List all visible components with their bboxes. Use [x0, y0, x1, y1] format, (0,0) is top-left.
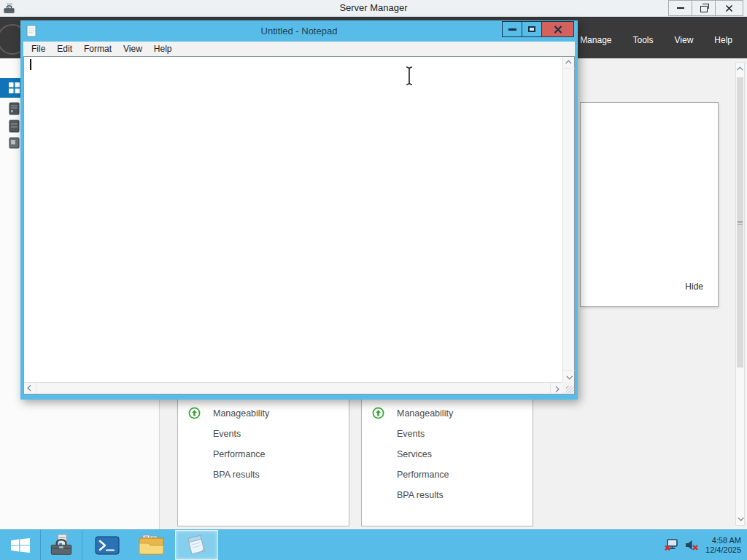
menu-format[interactable]: Format: [78, 44, 117, 54]
tile-row[interactable]: Events: [178, 424, 349, 444]
desktop: Server Manager Manage Tools View Help: [0, 0, 747, 560]
taskbar-notepad-button[interactable]: [175, 530, 218, 560]
horizontal-scrollbar[interactable]: [24, 382, 562, 394]
notification-flyout: Hide: [580, 102, 719, 307]
tile-link-events[interactable]: Events: [397, 429, 425, 439]
chevron-up-icon: [737, 66, 743, 72]
server-manager-window-title: Server Manager: [0, 2, 747, 13]
vertical-scrollbar[interactable]: [562, 57, 574, 382]
tile-link-events[interactable]: Events: [213, 429, 241, 439]
tile-row[interactable]: Manageability: [178, 403, 349, 424]
close-icon: [725, 4, 733, 12]
scroll-right-button[interactable]: [550, 383, 562, 394]
tile-link-performance[interactable]: Performance: [397, 470, 449, 480]
clock-date: 12/4/2025: [705, 545, 741, 555]
tile-row[interactable]: Manageability: [362, 403, 533, 424]
tile-link-services[interactable]: Services: [397, 449, 432, 459]
scrollbar-thumb[interactable]: [737, 77, 743, 368]
content-scrollbar[interactable]: [735, 62, 745, 526]
notepad-client: File Edit Format View Help: [23, 42, 575, 394]
minimize-button[interactable]: [668, 0, 692, 16]
notepad-titlebar[interactable]: Untitled - Notepad: [20, 20, 578, 42]
tile-link-bpa-results[interactable]: BPA results: [213, 470, 260, 480]
chevron-left-icon: [27, 385, 33, 391]
scroll-left-button[interactable]: [24, 383, 36, 394]
dashboard-icon: [9, 82, 20, 96]
close-button[interactable]: [541, 21, 574, 37]
mouse-cursor-ibeam: [403, 66, 415, 89]
minimize-icon: [508, 28, 516, 31]
menu-help[interactable]: Help: [714, 35, 732, 45]
navbar-menu: Manage Tools View Help: [580, 35, 732, 45]
file-storage-icon: [9, 136, 20, 149]
menu-file[interactable]: File: [26, 44, 51, 54]
all-servers-icon: [9, 120, 20, 133]
sidebar-item-local-server[interactable]: [9, 102, 20, 118]
local-server-icon: [9, 102, 20, 115]
notepad-window-title: Untitled - Notepad: [20, 26, 578, 36]
status-up-icon: [188, 407, 201, 422]
menu-manage[interactable]: Manage: [580, 35, 611, 45]
taskbar-file-explorer-button[interactable]: [131, 530, 171, 560]
menu-edit[interactable]: Edit: [51, 44, 78, 54]
resize-corner[interactable]: [562, 382, 574, 394]
tile-link-bpa-results[interactable]: BPA results: [397, 490, 444, 500]
tile-row[interactable]: Performance: [178, 444, 349, 464]
tile-row[interactable]: Performance: [362, 464, 533, 485]
sidebar-item-file-storage[interactable]: [9, 136, 20, 152]
hide-link[interactable]: Hide: [685, 281, 703, 292]
status-up-icon: [372, 407, 384, 422]
restore-icon: [700, 6, 708, 12]
tile-link-performance[interactable]: Performance: [213, 449, 266, 459]
server-manager-titlebar: Server Manager: [0, 0, 747, 17]
thumb-grip-icon: [738, 221, 743, 225]
scroll-down-button[interactable]: [563, 370, 575, 382]
taskbar-clock[interactable]: 4:58 AM 12/4/2025: [705, 536, 744, 555]
tile-link-manageability[interactable]: Manageability: [397, 408, 453, 419]
sidebar-item-all-servers[interactable]: [9, 120, 20, 136]
resize-grip-icon: [566, 386, 573, 393]
chevron-up-icon: [565, 60, 571, 66]
chevron-down-icon: [566, 373, 572, 379]
restore-button[interactable]: [692, 0, 716, 16]
scroll-up-button[interactable]: [736, 63, 744, 76]
notepad-window-controls: [503, 21, 574, 37]
text-caret: [30, 59, 31, 70]
close-button[interactable]: [715, 0, 743, 16]
system-tray: 4:58 AM 12/4/2025: [665, 530, 744, 560]
file-explorer-icon: [139, 534, 164, 556]
tile-link-manageability[interactable]: Manageability: [213, 408, 269, 419]
minimize-button[interactable]: [502, 21, 522, 37]
menu-help[interactable]: Help: [148, 44, 178, 54]
server-manager-icon: [48, 534, 74, 556]
menu-view[interactable]: View: [117, 44, 148, 54]
menu-view[interactable]: View: [675, 35, 694, 45]
menu-tools[interactable]: Tools: [633, 35, 654, 45]
windows-logo-icon: [11, 538, 30, 553]
scroll-down-button[interactable]: [736, 512, 744, 525]
dashboard-tile-all-servers: Manageability Events Services Performanc…: [361, 394, 533, 526]
chevron-right-icon: [553, 386, 559, 392]
scroll-up-button[interactable]: [563, 57, 575, 69]
tile-row[interactable]: BPA results: [362, 485, 533, 505]
taskbar-separator: [82, 530, 82, 560]
clock-time: 4:58 AM: [705, 536, 741, 545]
start-button[interactable]: [0, 530, 40, 560]
taskbar-powershell-button[interactable]: [87, 530, 127, 560]
network-status-icon[interactable]: [665, 539, 679, 551]
server-manager-window-controls: [669, 0, 743, 16]
powershell-icon: [95, 536, 120, 555]
chevron-down-icon: [738, 515, 743, 521]
text-area[interactable]: [24, 57, 562, 382]
notepad-menubar: File Edit Format View Help: [23, 42, 575, 56]
tile-row[interactable]: BPA results: [178, 464, 349, 485]
volume-status-icon[interactable]: [685, 540, 698, 551]
close-icon: [554, 26, 562, 34]
notepad-icon: [185, 534, 208, 556]
tile-row[interactable]: Events: [362, 424, 533, 444]
taskbar-server-manager-button[interactable]: [41, 530, 82, 560]
notepad-window: Untitled - Notepad File Edit Format View…: [20, 20, 578, 400]
maximize-button[interactable]: [522, 21, 542, 37]
tile-row[interactable]: Services: [362, 444, 533, 464]
taskbar: 4:58 AM 12/4/2025: [0, 529, 747, 560]
